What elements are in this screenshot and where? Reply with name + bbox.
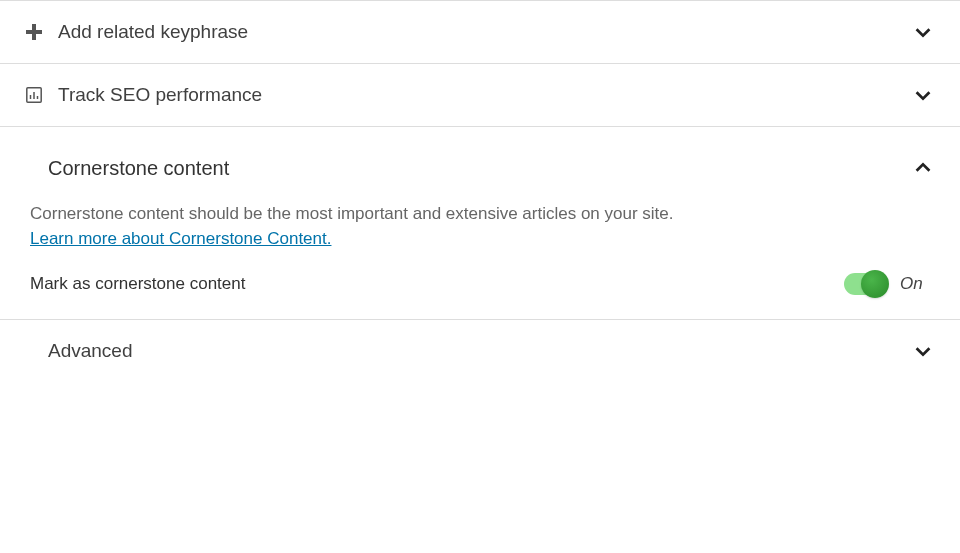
cornerstone-description: Cornerstone content should be the most i… bbox=[30, 201, 930, 227]
chevron-up-icon bbox=[910, 155, 936, 181]
section-cornerstone: Cornerstone content Cornerstone content … bbox=[0, 126, 960, 320]
cornerstone-toggle-row: Mark as cornerstone content On bbox=[30, 267, 930, 295]
section-advanced: Advanced bbox=[0, 319, 960, 382]
section-title: Cornerstone content bbox=[48, 157, 910, 180]
section-body-cornerstone: Cornerstone content should be the most i… bbox=[0, 201, 960, 319]
section-track-seo: Track SEO performance bbox=[0, 63, 960, 127]
svg-rect-1 bbox=[26, 30, 42, 34]
section-title: Track SEO performance bbox=[58, 84, 910, 106]
section-title: Add related keyphrase bbox=[58, 21, 910, 43]
section-related-keyphrase: Add related keyphrase bbox=[0, 0, 960, 64]
toggle-state-text: On bbox=[900, 274, 930, 294]
bar-chart-icon bbox=[24, 85, 44, 105]
section-header-advanced[interactable]: Advanced bbox=[0, 320, 960, 382]
section-header-related-keyphrase[interactable]: Add related keyphrase bbox=[0, 1, 960, 63]
chevron-down-icon bbox=[910, 82, 936, 108]
section-title: Advanced bbox=[48, 340, 910, 362]
section-header-cornerstone[interactable]: Cornerstone content bbox=[0, 127, 960, 201]
chevron-down-icon bbox=[910, 19, 936, 45]
chevron-down-icon bbox=[910, 338, 936, 364]
learn-more-link[interactable]: Learn more about Cornerstone Content. bbox=[30, 229, 331, 249]
toggle-knob bbox=[861, 270, 889, 298]
section-header-track-seo[interactable]: Track SEO performance bbox=[0, 64, 960, 126]
seo-settings-panel: Add related keyphrase Track SEO performa… bbox=[0, 0, 960, 382]
cornerstone-toggle[interactable] bbox=[844, 273, 886, 295]
plus-icon bbox=[24, 22, 44, 42]
toggle-label: Mark as cornerstone content bbox=[30, 274, 844, 294]
